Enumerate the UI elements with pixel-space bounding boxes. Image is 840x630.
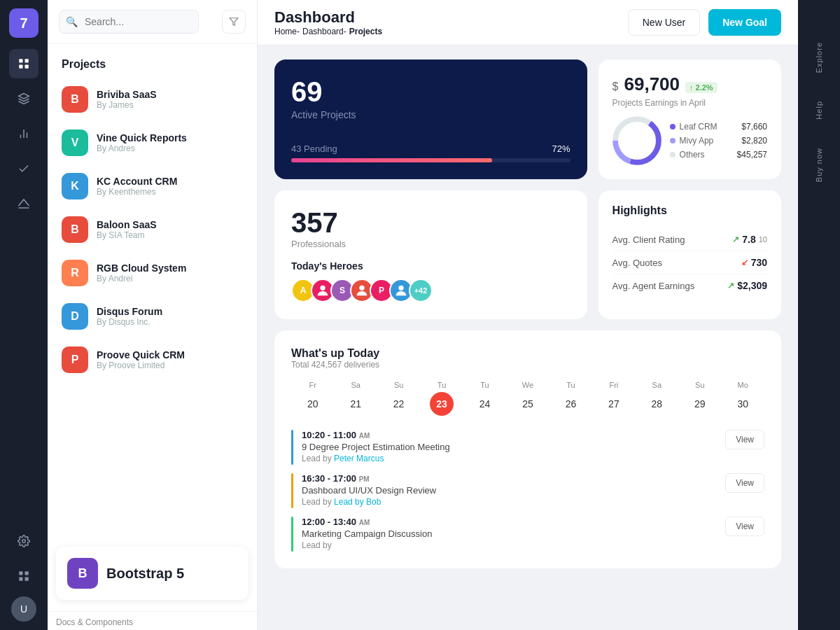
cal-day-num[interactable]: 26 [559, 392, 582, 416]
sidebar-icon-chart[interactable] [9, 119, 38, 148]
cal-day-num[interactable]: 29 [688, 392, 712, 416]
legend-amounts: $7,660 $2,820 $45,257 [737, 122, 767, 160]
breadcrumb-dashboard[interactable]: Dashboard- [302, 27, 346, 36]
new-goal-button[interactable]: New Goal [708, 9, 781, 36]
cal-day-num[interactable]: 23 [430, 392, 454, 416]
cal-day-num[interactable]: 27 [602, 392, 626, 416]
sidebar-icon-stack[interactable] [9, 189, 38, 218]
event-view: View [725, 473, 764, 493]
page-title: Dashboard [274, 8, 382, 27]
sidebar-icon-settings[interactable] [9, 526, 38, 556]
project-item[interactable]: B Briviba SaaS By James [56, 79, 248, 120]
rating-max: 10 [759, 235, 767, 244]
sidebar-icon-grid2[interactable] [9, 561, 38, 591]
filter-button[interactable] [222, 10, 246, 34]
event-item: 12:00 - 13:40 AM Marketing Campaign Disc… [291, 517, 764, 552]
event-bar [291, 473, 293, 508]
search-wrapper: 🔍 [59, 10, 216, 34]
cal-day[interactable]: Su 22 [377, 381, 420, 416]
project-item[interactable]: K KC Account CRM By Keenthemes [56, 166, 248, 206]
project-name: Proove Quick CRM [97, 349, 185, 360]
project-list: B Briviba SaaS By James V Vine Quick Rep… [48, 79, 257, 538]
cal-day[interactable]: Sa 21 [334, 381, 377, 416]
right-tab-explore[interactable]: Explore [815, 42, 823, 73]
cal-day[interactable]: Fr 20 [291, 381, 334, 416]
legend-label-mivy: Mivy App [680, 136, 714, 146]
event-lead-link[interactable]: Peter Marcus [334, 454, 384, 463]
docs-link[interactable]: Docs & Components [48, 611, 257, 630]
breadcrumb-home[interactable]: Home- [274, 27, 300, 36]
earnings-legend: Leaf CRM Mivy App Others [670, 122, 729, 160]
cal-day[interactable]: Tu 26 [550, 381, 592, 416]
cal-day-num[interactable]: 22 [387, 392, 411, 416]
project-item[interactable]: V Vine Quick Reports By Andres [56, 122, 248, 163]
cal-day[interactable]: Tu 23 [420, 381, 463, 416]
user-avatar[interactable]: U [11, 596, 36, 622]
progress-bar-bg [291, 158, 570, 162]
project-by: By Andres [97, 144, 187, 153]
breadcrumb-projects[interactable]: Projects [349, 27, 382, 36]
highlight-quotes-value: ↙ 730 [741, 257, 767, 268]
main-content: Dashboard Home- Dashboard- Projects New … [258, 0, 798, 630]
sidebar-icon-grid[interactable] [9, 49, 38, 78]
event-content: 16:30 - 17:00 PM Dashboard UI/UX Design … [302, 473, 717, 507]
event-bar [291, 517, 293, 552]
project-item[interactable]: B Baloon SaaS By SIA Team [56, 209, 248, 250]
project-by: By SIA Team [97, 230, 157, 240]
cal-day-num[interactable]: 20 [301, 392, 325, 416]
top-bar: Dashboard Home- Dashboard- Projects New … [258, 0, 798, 46]
highlight-quotes: Avg. Quotes ↙ 730 [612, 251, 767, 274]
svg-rect-12 [25, 578, 29, 581]
breadcrumb: Home- Dashboard- Projects [274, 27, 382, 36]
cal-day[interactable]: Su 29 [678, 381, 721, 416]
sidebar-icon-layers[interactable] [9, 84, 38, 113]
project-item[interactable]: D Disqus Forum By Disqus Inc. [56, 296, 248, 337]
cal-day-num[interactable]: 24 [473, 392, 497, 416]
cal-day[interactable]: Tu 24 [463, 381, 506, 416]
cal-day[interactable]: Sa 28 [636, 381, 678, 416]
cal-day[interactable]: Mo 30 [722, 381, 764, 416]
event-lead-link[interactable]: Lead by Bob [334, 497, 381, 507]
project-icon: P [62, 346, 88, 373]
view-button[interactable]: View [725, 430, 764, 449]
project-name: Disqus Forum [97, 306, 162, 317]
cal-day[interactable]: Fri 27 [592, 381, 635, 416]
view-button[interactable]: View [725, 517, 764, 536]
cal-day-name: Fri [609, 381, 618, 389]
progress-bar-fill [291, 158, 492, 162]
amount-mivy: $2,820 [737, 136, 767, 146]
event-view: View [725, 517, 764, 536]
professionals-number: 357 [291, 207, 570, 239]
project-icon: B [62, 216, 88, 243]
cal-day-num[interactable]: 28 [645, 392, 668, 416]
left-panel: 🔍 Projects B Briviba SaaS By James V Vin… [48, 0, 258, 630]
cal-day[interactable]: We 25 [506, 381, 549, 416]
search-input[interactable] [59, 10, 199, 34]
cal-day-num[interactable]: 21 [344, 392, 368, 416]
svg-point-18 [359, 286, 364, 290]
projects-label: Projects [48, 44, 257, 79]
sidebar-icon-check[interactable] [9, 154, 38, 183]
project-info: Disqus Forum By Disqus Inc. [97, 306, 162, 327]
new-user-button[interactable]: New User [628, 9, 700, 36]
legend-dot-leaf [670, 124, 676, 130]
cal-day-name: Tu [566, 381, 575, 389]
cal-day-num[interactable]: 25 [516, 392, 540, 416]
right-tab-help[interactable]: Help [815, 101, 823, 120]
earnings-dollar: $ [612, 80, 619, 93]
dashboard-area: 69 Active Projects 43 Pending 72% $ [258, 46, 798, 630]
right-tab-buynow[interactable]: Buy now [815, 148, 823, 182]
cal-day-name: Sa [652, 381, 662, 389]
search-bar: 🔍 [48, 0, 257, 44]
project-item[interactable]: R RGB Cloud System By Andrei [56, 253, 248, 293]
event-time: 10:20 - 11:00 AM [302, 430, 717, 440]
ap-percent: 72% [552, 144, 570, 154]
earnings-card: $ 69,700 ↑ 2.2% Projects Earnings in Apr… [598, 59, 781, 179]
cal-day-name: Tu [480, 381, 489, 389]
project-by: By Keenthemes [97, 187, 177, 197]
event-time: 12:00 - 13:40 AM [302, 517, 717, 527]
cal-day-num[interactable]: 30 [731, 392, 755, 416]
project-item[interactable]: P Proove Quick CRM By Proove Limited [56, 340, 248, 380]
view-button[interactable]: View [725, 473, 764, 493]
legend-others: Others [670, 150, 729, 160]
